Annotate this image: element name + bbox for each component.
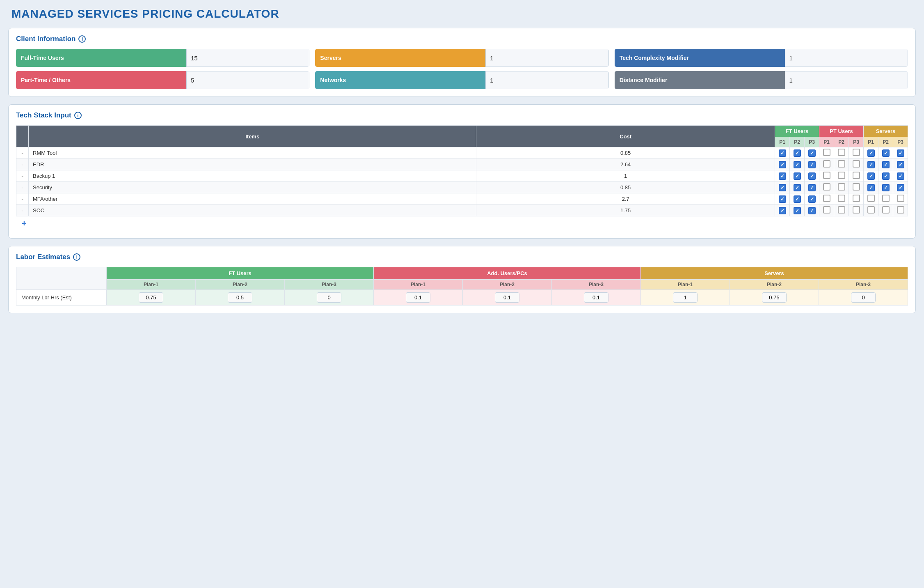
row-dash[interactable]: -: [16, 205, 29, 216]
row-item-name: EDR: [29, 159, 476, 170]
row-cost: 2.64: [476, 159, 775, 170]
ft-checkbox-0-1[interactable]: [790, 147, 805, 159]
row-cost: 1: [476, 170, 775, 182]
row-dash[interactable]: -: [16, 147, 29, 159]
sv-checkbox-3-1[interactable]: [878, 182, 893, 193]
sv-checkbox-0-0[interactable]: [864, 147, 878, 159]
sv-checkbox-0-1[interactable]: [878, 147, 893, 159]
pt-checkbox-1-0[interactable]: [819, 159, 834, 170]
labor-sv-0-2[interactable]: [819, 290, 908, 305]
page-title: MANAGED SERVICES PRICING CALCULATOR: [11, 7, 913, 21]
labor-sv-0-1[interactable]: [730, 290, 819, 305]
row-cost: 0.85: [476, 147, 775, 159]
client-value-1[interactable]: [485, 49, 608, 67]
client-value-5[interactable]: [785, 71, 908, 89]
tech-stack-info-icon[interactable]: i: [74, 112, 82, 119]
row-cost: 0.85: [476, 182, 775, 193]
sv-checkbox-3-2[interactable]: [893, 182, 908, 193]
sv-checkbox-4-0[interactable]: [864, 193, 878, 205]
row-dash[interactable]: -: [16, 170, 29, 182]
ft-checkbox-2-2[interactable]: [805, 170, 819, 182]
sv-checkbox-1-0[interactable]: [864, 159, 878, 170]
client-label-0: Full-Time Users: [16, 49, 186, 67]
sv-checkbox-5-0[interactable]: [864, 205, 878, 216]
row-dash[interactable]: -: [16, 182, 29, 193]
sv-checkbox-4-2[interactable]: [893, 193, 908, 205]
sv-checkbox-2-1[interactable]: [878, 170, 893, 182]
pt-checkbox-5-2[interactable]: [849, 205, 864, 216]
labor-sv-0-0[interactable]: [641, 290, 730, 305]
row-cost: 2.7: [476, 193, 775, 205]
pt-checkbox-0-1[interactable]: [834, 147, 849, 159]
labor-ft-0-1[interactable]: [196, 290, 285, 305]
table-row: -RMM Tool0.85: [16, 147, 908, 159]
pt-checkbox-4-2[interactable]: [849, 193, 864, 205]
ft-checkbox-4-0[interactable]: [775, 193, 790, 205]
sv-checkbox-5-1[interactable]: [878, 205, 893, 216]
client-value-2[interactable]: [785, 49, 908, 67]
client-value-0[interactable]: [186, 49, 309, 67]
pt-checkbox-1-1[interactable]: [834, 159, 849, 170]
pt-checkbox-5-1[interactable]: [834, 205, 849, 216]
client-label-3: Part-Time / Others: [16, 71, 186, 89]
pt-checkbox-3-2[interactable]: [849, 182, 864, 193]
client-info-icon[interactable]: i: [78, 35, 86, 43]
ft-checkbox-0-2[interactable]: [805, 147, 819, 159]
labor-estimates-title: Labor Estimates i: [16, 253, 908, 261]
row-dash[interactable]: -: [16, 193, 29, 205]
ft-checkbox-4-2[interactable]: [805, 193, 819, 205]
sv-checkbox-3-0[interactable]: [864, 182, 878, 193]
client-value-3[interactable]: [186, 71, 309, 89]
sv-checkbox-1-2[interactable]: [893, 159, 908, 170]
sv-checkbox-1-1[interactable]: [878, 159, 893, 170]
pt-checkbox-1-2[interactable]: [849, 159, 864, 170]
row-item-name: Backup 1: [29, 170, 476, 182]
ft-checkbox-0-0[interactable]: [775, 147, 790, 159]
labor-ft-0-2[interactable]: [285, 290, 374, 305]
pt-checkbox-3-0[interactable]: [819, 182, 834, 193]
row-dash[interactable]: -: [16, 159, 29, 170]
client-field-2: Tech Complexity Modifier: [615, 49, 908, 67]
labor-estimates-table: FT UsersAdd. Users/PCsServersPlan-1Plan-…: [16, 267, 908, 305]
ft-checkbox-2-0[interactable]: [775, 170, 790, 182]
ft-checkbox-5-0[interactable]: [775, 205, 790, 216]
ft-checkbox-2-1[interactable]: [790, 170, 805, 182]
sv-checkbox-2-2[interactable]: [893, 170, 908, 182]
client-field-1: Servers: [315, 49, 608, 67]
client-information-section: Client Information i Full-Time Users Ser…: [8, 28, 916, 97]
client-value-4[interactable]: [485, 71, 608, 89]
pt-checkbox-4-1[interactable]: [834, 193, 849, 205]
labor-add-0-2[interactable]: [552, 290, 641, 305]
sv-checkbox-2-0[interactable]: [864, 170, 878, 182]
ft-checkbox-5-2[interactable]: [805, 205, 819, 216]
ft-checkbox-1-2[interactable]: [805, 159, 819, 170]
add-row-button[interactable]: +: [16, 216, 32, 231]
ft-checkbox-5-1[interactable]: [790, 205, 805, 216]
ft-checkbox-3-0[interactable]: [775, 182, 790, 193]
labor-add-0-1[interactable]: [463, 290, 552, 305]
pt-checkbox-4-0[interactable]: [819, 193, 834, 205]
client-field-3: Part-Time / Others: [16, 71, 309, 89]
sv-checkbox-5-2[interactable]: [893, 205, 908, 216]
sv-checkbox-0-2[interactable]: [893, 147, 908, 159]
labor-add-0-0[interactable]: [374, 290, 463, 305]
ft-checkbox-4-1[interactable]: [790, 193, 805, 205]
pt-checkbox-2-2[interactable]: [849, 170, 864, 182]
client-label-1: Servers: [315, 49, 485, 67]
labor-info-icon[interactable]: i: [73, 253, 80, 261]
pt-checkbox-0-0[interactable]: [819, 147, 834, 159]
ft-checkbox-3-2[interactable]: [805, 182, 819, 193]
pt-checkbox-3-1[interactable]: [834, 182, 849, 193]
ft-checkbox-3-1[interactable]: [790, 182, 805, 193]
pt-checkbox-0-2[interactable]: [849, 147, 864, 159]
pt-checkbox-2-0[interactable]: [819, 170, 834, 182]
ft-checkbox-1-0[interactable]: [775, 159, 790, 170]
client-information-title: Client Information i: [16, 35, 908, 43]
client-label-2: Tech Complexity Modifier: [615, 49, 785, 67]
ft-checkbox-1-1[interactable]: [790, 159, 805, 170]
pt-checkbox-5-0[interactable]: [819, 205, 834, 216]
labor-ft-0-0[interactable]: [107, 290, 196, 305]
tech-stack-table: ItemsCostFT UsersPT UsersServersP1P2P3P1…: [16, 125, 908, 216]
sv-checkbox-4-1[interactable]: [878, 193, 893, 205]
pt-checkbox-2-1[interactable]: [834, 170, 849, 182]
